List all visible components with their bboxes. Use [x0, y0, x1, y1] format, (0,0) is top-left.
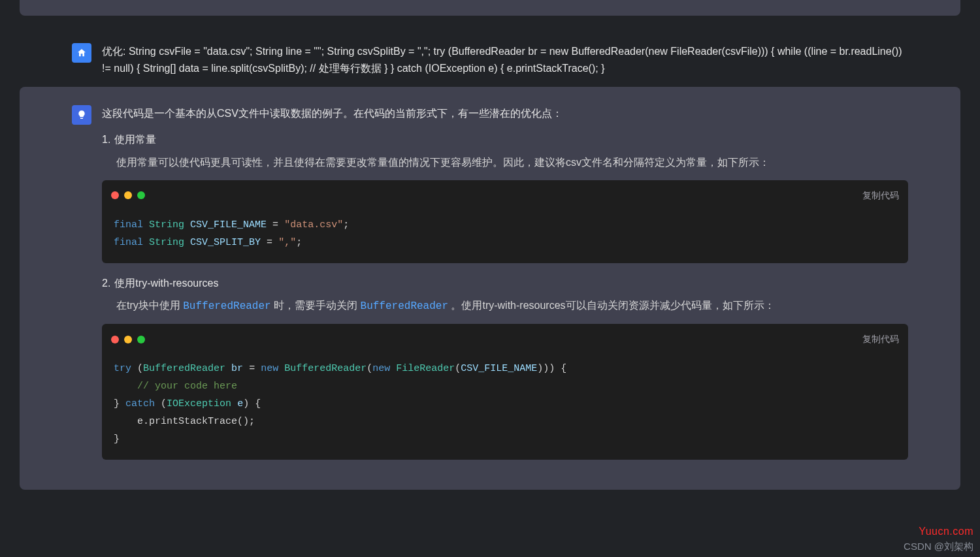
item-index — [102, 275, 110, 292]
user-message-text: 优化: String csvFile = "data.csv"; String … — [102, 43, 908, 78]
user-message: 优化: String csvFile = "data.csv"; String … — [72, 34, 908, 87]
bulb-icon — [76, 110, 87, 120]
code-header: 复制代码 — [102, 180, 908, 208]
list-item: 使用try-with-resources 在try块中使用 BufferedRe… — [102, 275, 908, 460]
copy-code-button[interactable]: 复制代码 — [862, 330, 899, 348]
watermark-author: CSDN @刘架构 — [904, 541, 973, 553]
traffic-green-icon — [137, 191, 145, 199]
item-title: 使用try-with-resources — [114, 275, 218, 292]
optimization-list: 使用常量 使用常量可以使代码更具可读性，并且使得在需要更改常量值的情况下更容易维… — [102, 131, 908, 460]
assistant-intro: 这段代码是一个基本的从CSV文件中读取数据的例子。在代码的当前形式下，有一些潜在… — [102, 105, 908, 122]
item-body: 在try块中使用 BufferedReader 时，需要手动关闭 Buffere… — [116, 296, 908, 460]
assistant-message: 这段代码是一个基本的从CSV文件中读取数据的例子。在代码的当前形式下，有一些潜在… — [20, 105, 960, 471]
traffic-lights-icon — [111, 191, 145, 199]
user-icon — [76, 48, 87, 58]
item-body: 使用常量可以使代码更具可读性，并且使得在需要更改常量值的情况下更容易维护。因此，… — [116, 153, 908, 263]
assistant-avatar — [72, 105, 91, 125]
code-header: 复制代码 — [102, 324, 908, 352]
code-block: 复制代码 final String CSV_FILE_NAME = "data.… — [102, 180, 908, 263]
traffic-yellow-icon — [124, 191, 132, 199]
inline-code: BufferedReader — [361, 300, 448, 312]
inline-code: BufferedReader — [183, 300, 270, 312]
traffic-red-icon — [111, 336, 119, 343]
list-item: 使用常量 使用常量可以使代码更具可读性，并且使得在需要更改常量值的情况下更容易维… — [102, 131, 908, 263]
assistant-content: 这段代码是一个基本的从CSV文件中读取数据的例子。在代码的当前形式下，有一些潜在… — [102, 105, 908, 471]
traffic-lights-icon — [111, 336, 145, 343]
code-content: final String CSV_FILE_NAME = "data.csv";… — [102, 208, 908, 263]
traffic-red-icon — [111, 191, 119, 199]
watermark-site: Yuucn.com — [919, 526, 973, 537]
item-body-text: 使用常量可以使代码更具可读性，并且使得在需要更改常量值的情况下更容易维护。因此，… — [116, 157, 770, 168]
chat-area: 优化: String csvFile = "data.csv"; String … — [72, 0, 908, 490]
previous-message-stub — [20, 0, 960, 16]
item-title: 使用常量 — [114, 131, 156, 148]
assistant-message-container: 这段代码是一个基本的从CSV文件中读取数据的例子。在代码的当前形式下，有一些潜在… — [20, 87, 960, 490]
user-avatar — [72, 43, 91, 63]
traffic-yellow-icon — [124, 336, 132, 343]
traffic-green-icon — [137, 336, 145, 343]
copy-code-button[interactable]: 复制代码 — [862, 187, 899, 204]
code-content: try (BufferedReader br = new BufferedRea… — [102, 352, 908, 460]
item-index — [102, 131, 110, 148]
code-block: 复制代码 try (BufferedReader br = new Buffer… — [102, 324, 908, 460]
